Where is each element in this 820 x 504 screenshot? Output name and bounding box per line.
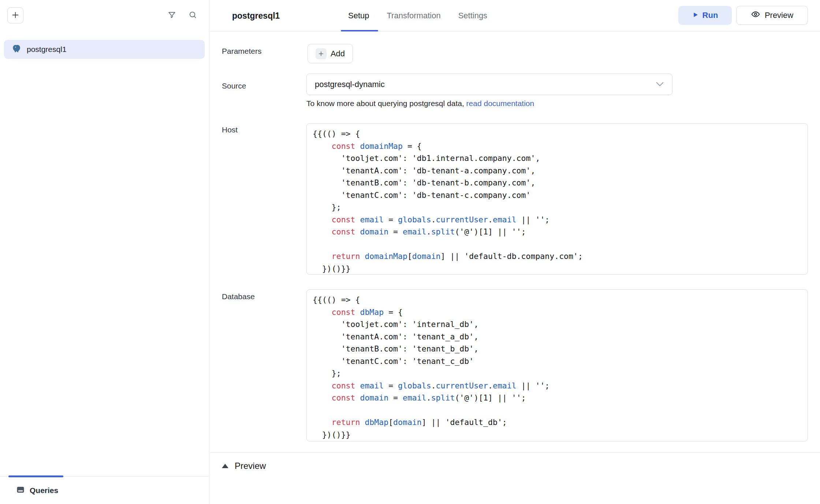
- preview-section-toggle[interactable]: Preview: [222, 458, 266, 474]
- triangle-up-icon: [222, 464, 228, 468]
- database-label: Database: [222, 292, 255, 301]
- run-button-label: Run: [702, 11, 718, 20]
- source-label: Source: [222, 82, 246, 90]
- query-editor-main: postgresql1 Setup Transformation Setting…: [210, 0, 820, 504]
- source-select-value: postgresql-dynamic: [315, 80, 385, 89]
- preview-section-label: Preview: [235, 461, 266, 471]
- filter-button[interactable]: [166, 10, 178, 21]
- host-code-editor[interactable]: {{(() => { const domainMap = { 'tooljet.…: [306, 123, 808, 275]
- queries-panel-label: Queries: [30, 486, 58, 495]
- postgresql-icon: [12, 44, 22, 55]
- search-icon: [189, 11, 197, 20]
- add-button-label: Add: [331, 49, 345, 59]
- parameters-label: Parameters: [222, 47, 262, 56]
- eye-icon: [751, 10, 760, 21]
- query-tabs: Setup Transformation Settings: [348, 0, 487, 31]
- preview-section-divider: [210, 452, 820, 453]
- play-icon: [692, 11, 698, 20]
- preview-button-label: Preview: [765, 11, 793, 20]
- chevron-down-icon: [656, 80, 664, 89]
- plus-icon: [11, 11, 19, 20]
- plus-icon: [316, 48, 327, 59]
- search-button[interactable]: [187, 10, 198, 21]
- new-query-button[interactable]: [7, 7, 23, 23]
- queries-sidebar: postgresql1 Queries: [0, 0, 209, 504]
- source-help-text: To know more about querying postgresql d…: [306, 99, 534, 108]
- preview-button[interactable]: Preview: [736, 6, 808, 25]
- filter-icon: [168, 11, 176, 20]
- tab-setup[interactable]: Setup: [348, 11, 369, 20]
- active-panel-indicator: [8, 475, 63, 477]
- queries-panel-icon: [16, 485, 25, 496]
- active-tab-indicator: [341, 30, 378, 31]
- query-list-item-postgresql1[interactable]: postgresql1: [4, 40, 205, 59]
- queries-panel-tab[interactable]: Queries: [0, 476, 209, 504]
- tab-settings[interactable]: Settings: [458, 11, 488, 20]
- add-parameter-button[interactable]: Add: [308, 44, 353, 63]
- query-list-item-label: postgresql1: [27, 45, 67, 54]
- tab-transformation[interactable]: Transformation: [387, 11, 441, 20]
- query-header: postgresql1 Setup Transformation Setting…: [210, 0, 820, 31]
- source-select[interactable]: postgresql-dynamic: [306, 74, 672, 95]
- query-editor-app: postgresql1 Queries postgresql1 Setup Tr…: [0, 0, 820, 504]
- host-label: Host: [222, 125, 238, 134]
- source-help-prefix: To know more about querying postgresql d…: [306, 99, 466, 108]
- query-name[interactable]: postgresql1: [232, 0, 280, 31]
- read-documentation-link[interactable]: read documentation: [466, 99, 534, 108]
- run-button[interactable]: Run: [678, 6, 732, 25]
- database-code-editor[interactable]: {{(() => { const dbMap = { 'tooljet.com'…: [306, 289, 808, 441]
